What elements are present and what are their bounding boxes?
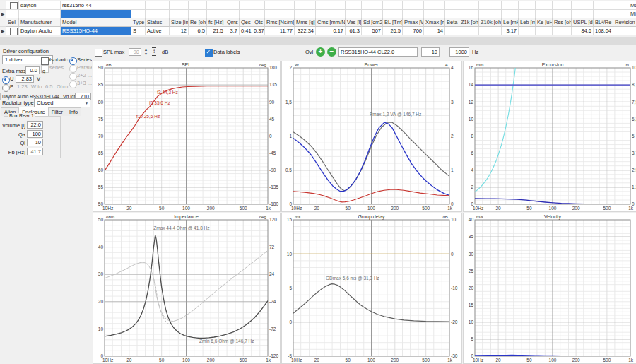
edit-cell-uspl[interactable]	[572, 10, 594, 18]
edit-cell-size[interactable]	[170, 10, 189, 18]
data-cell-cms[interactable]: 0.17	[316, 27, 346, 35]
header-cell-size[interactable]: Size [in]	[170, 18, 189, 27]
header-cell-rms[interactable]: Rms [Ns/m]	[265, 18, 295, 27]
header-cell-z1k[interactable]: Z1k [ohm]	[459, 18, 479, 27]
spl-max-checkbox[interactable]	[95, 49, 102, 57]
power-radio[interactable]	[2, 84, 10, 92]
filter-cell-type[interactable]	[131, 1, 146, 10]
header-cell-fs[interactable]: fs [Hz]	[207, 18, 225, 27]
data-cell-ke[interactable]	[536, 27, 553, 35]
data-cell-status[interactable]: Active	[146, 27, 170, 35]
header-cell-bl[interactable]: BL [Tm]	[383, 18, 403, 27]
overlay-select[interactable]: RSS315HO-44 CL22,0	[338, 47, 418, 57]
data-cell-rss[interactable]	[553, 27, 572, 35]
filter-cell-rms[interactable]	[265, 1, 295, 10]
edit-cell-rss[interactable]	[553, 10, 572, 18]
edit-cell-status[interactable]	[146, 10, 170, 18]
data-cell-vas[interactable]: 61.3	[346, 27, 362, 35]
filter-cell-re[interactable]	[189, 1, 207, 10]
header-cell-leb[interactable]: Leb [mH]	[519, 18, 536, 27]
add-overlay-button[interactable]: +	[316, 47, 325, 57]
filter-cell-size[interactable]	[170, 1, 189, 10]
data-cell-re[interactable]: 6.5	[189, 27, 207, 35]
header-cell-qms[interactable]: Qms	[225, 18, 240, 27]
data-cell-z1k[interactable]	[459, 27, 479, 35]
edit-cell-qms[interactable]	[225, 10, 240, 18]
header-cell-mms[interactable]: Mms [g]	[295, 18, 316, 27]
data-cell-type[interactable]: S	[131, 27, 146, 35]
edit-cell-le[interactable]	[502, 10, 519, 18]
edit-cell-pmax[interactable]	[403, 10, 424, 18]
data-cell-pmax[interactable]: 700	[403, 27, 424, 35]
data-cell-qms[interactable]: 3.7	[225, 27, 240, 35]
filter-cell-beta[interactable]	[445, 1, 459, 10]
edit-cell-leb[interactable]	[519, 10, 536, 18]
filter-cell-model[interactable]: rss315ho-44	[61, 1, 131, 10]
header-cell-cms[interactable]: Cms [mm/N]	[316, 18, 346, 27]
filter-cell-sel[interactable]	[6, 1, 19, 10]
data-cell-le[interactable]: 3.17	[502, 27, 519, 35]
filter-cell-manufacturer[interactable]: dayton	[19, 1, 61, 10]
edit-cell-mms[interactable]	[295, 10, 316, 18]
data-cell-beta[interactable]	[445, 27, 459, 35]
spl-max-input[interactable]: 90	[129, 48, 141, 56]
data-cell-uspl[interactable]: 84.6	[572, 27, 594, 35]
edit-cell-vas[interactable]	[346, 10, 362, 18]
filter-cell-le[interactable]	[502, 1, 519, 10]
edit-cell-re[interactable]	[189, 10, 207, 18]
edit-cell-sd[interactable]	[362, 10, 383, 18]
filter-cell-cms[interactable]	[316, 1, 346, 10]
header-cell-xmax[interactable]: Xmax [mm]	[424, 18, 445, 27]
max-frequency-input[interactable]: 1000	[449, 47, 469, 57]
data-cell-z10k[interactable]	[479, 27, 502, 35]
edit-cell-qes[interactable]	[240, 10, 252, 18]
isobaric-checkbox[interactable]	[41, 57, 49, 65]
parallel-radio[interactable]	[69, 65, 77, 73]
edit-cell-type[interactable]	[131, 10, 146, 18]
voltage-input[interactable]: 2.83	[16, 75, 34, 83]
data-cell-qes[interactable]: 0.41	[240, 27, 252, 35]
header-cell-z10k[interactable]: Z10k [ohm]	[479, 18, 502, 27]
edit-cell-z1k[interactable]	[459, 10, 479, 18]
header-cell-manufacturer[interactable]: Manufacturer	[19, 18, 61, 27]
min-frequency-input[interactable]: 10	[421, 47, 440, 57]
filter-cell-pmax[interactable]	[403, 1, 424, 10]
edit-cell-ke[interactable]	[536, 10, 553, 18]
header-cell-status[interactable]: Status	[146, 18, 170, 27]
header-cell-beta[interactable]: Beta	[445, 18, 459, 27]
header-cell-revision[interactable]: Revision	[613, 18, 636, 27]
header-cell-uspl[interactable]: USPL [dB]	[572, 18, 594, 27]
filter-cell-uspl[interactable]	[572, 1, 594, 10]
volume-input[interactable]: 22.0	[27, 121, 43, 129]
filter-cell-status[interactable]	[146, 1, 170, 10]
ql-input[interactable]: 10	[27, 139, 43, 146]
data-cell-manufacturer[interactable]: Dayton Audio	[19, 27, 61, 35]
filter-cell-qes[interactable]	[240, 1, 252, 10]
filter-cell-bl[interactable]	[383, 1, 403, 10]
data-cell-bl[interactable]: 26.5	[383, 27, 403, 35]
plus33-radio[interactable]	[69, 81, 77, 88]
header-cell-re[interactable]: Re [ohm]	[189, 18, 207, 27]
data-cell-leb[interactable]	[519, 27, 536, 35]
row-checkbox[interactable]	[10, 28, 18, 35]
edit-cell-beta[interactable]	[445, 10, 459, 18]
data-cell-size[interactable]: 12	[170, 27, 189, 35]
data-cell-bl2re[interactable]: 108.04	[594, 27, 613, 35]
tab-filter[interactable]: Filter	[48, 107, 66, 116]
edit-cell-cms[interactable]	[316, 10, 346, 18]
spl-max-spinner[interactable]: ▲▼	[144, 48, 148, 56]
header-cell-pmax[interactable]: Pmax [W]	[403, 18, 424, 27]
header-cell-le[interactable]: Le [mH]	[502, 18, 519, 27]
filter-cell-vas[interactable]	[346, 1, 362, 10]
filter-cell-leb[interactable]	[519, 1, 536, 10]
data-labels-checkbox[interactable]	[205, 49, 213, 57]
header-cell-model[interactable]: Model	[61, 18, 131, 27]
filter-cell-z10k[interactable]	[479, 1, 502, 10]
filter-cell-xmax[interactable]	[424, 1, 445, 10]
edit-cell-rms[interactable]	[265, 10, 295, 18]
header-cell-rss[interactable]: Rss [ohm]	[553, 18, 572, 27]
filter-cell-fs[interactable]	[207, 1, 225, 10]
edit-cell-model[interactable]	[61, 10, 131, 18]
tab-info[interactable]: Info	[66, 107, 81, 116]
filter-cell-qts[interactable]	[252, 1, 265, 10]
